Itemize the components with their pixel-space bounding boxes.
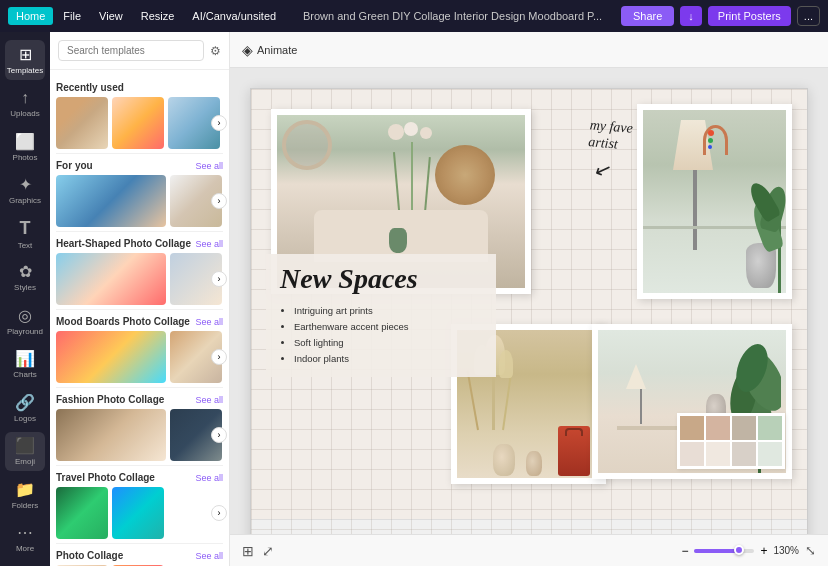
- menu-file[interactable]: File: [55, 7, 89, 25]
- bullet-item-4: Indoor plants: [294, 351, 482, 367]
- sidebar-item-charts[interactable]: 📊 Charts: [5, 345, 45, 385]
- zoom-controls: − + 130% ⤡: [681, 543, 816, 558]
- template-thumb-1[interactable]: [56, 97, 108, 149]
- zoom-fit-icon[interactable]: ⤡: [805, 543, 816, 558]
- see-all-foryou[interactable]: See all: [195, 161, 223, 171]
- download-button[interactable]: ↓: [680, 6, 702, 26]
- canvas[interactable]: my fave artist ↙: [250, 88, 808, 534]
- section-title-travel: Travel Photo Collage: [56, 472, 155, 483]
- sidebar-item-playground[interactable]: ◎ Playround: [5, 301, 45, 341]
- grid-view-icon[interactable]: ⊞: [242, 543, 254, 559]
- menu-view[interactable]: View: [91, 7, 131, 25]
- for-you-grid: ›: [56, 175, 223, 227]
- template-nav-right-foryou[interactable]: ›: [211, 193, 227, 209]
- photo-lamp-plant[interactable]: [637, 104, 792, 299]
- menu-resize[interactable]: Resize: [133, 7, 183, 25]
- sidebar-item-uploads[interactable]: ↑ Uploads: [5, 84, 45, 124]
- fullscreen-icon[interactable]: ⤢: [262, 543, 274, 559]
- share-button[interactable]: Share: [621, 6, 674, 26]
- art-sculpture: [703, 125, 728, 155]
- recently-used-grid: ›: [56, 97, 223, 149]
- swatch-4: [758, 416, 782, 440]
- sidebar-item-more[interactable]: ⋯ More: [5, 519, 45, 559]
- canvas-top-bar: ◈ Animate: [230, 32, 828, 68]
- template-foryou-1[interactable]: [56, 175, 166, 227]
- graphics-icon: ✦: [19, 175, 32, 194]
- template-thumb-2[interactable]: [112, 97, 164, 149]
- sidebar-item-graphics[interactable]: ✦ Graphics: [5, 171, 45, 211]
- section-title-foryou: For you: [56, 160, 93, 171]
- template-nav-right-recent[interactable]: ›: [211, 115, 227, 131]
- see-all-fashion[interactable]: See all: [195, 395, 223, 405]
- bottom-left-icons: ⊞ ⤢: [242, 543, 274, 559]
- green-plant: [736, 163, 786, 293]
- search-input[interactable]: [58, 40, 204, 61]
- animate-icon: ◈: [242, 42, 253, 58]
- section-header-travel: Travel Photo Collage See all: [56, 472, 223, 483]
- zoom-percent: 130%: [773, 545, 799, 556]
- menu-home[interactable]: Home: [8, 7, 53, 25]
- print-button[interactable]: Print Posters: [708, 6, 791, 26]
- zoom-slider[interactable]: [694, 549, 754, 553]
- filter-button[interactable]: ⚙: [210, 44, 221, 58]
- section-header-fashion: Fashion Photo Collage See all: [56, 394, 223, 405]
- zoom-out-button[interactable]: −: [681, 544, 688, 558]
- template-fashion-1[interactable]: [56, 409, 166, 461]
- templates-icon: ⊞: [19, 45, 32, 64]
- template-nav-right-travel[interactable]: ›: [211, 505, 227, 521]
- template-travel-1[interactable]: [56, 487, 108, 539]
- section-header-photo: Photo Collage See all: [56, 550, 223, 561]
- template-nav-right-fashion[interactable]: ›: [211, 427, 227, 443]
- mirror-circle: [282, 120, 332, 170]
- sidebar-item-styles[interactable]: ✿ Styles: [5, 258, 45, 298]
- template-travel-2[interactable]: [112, 487, 164, 539]
- handwritten-label: my fave artist: [587, 117, 633, 154]
- template-nav-right-heart[interactable]: ›: [211, 271, 227, 287]
- sidebar-item-text[interactable]: T Text: [5, 214, 45, 254]
- color-swatches: [677, 413, 785, 469]
- section-header-heart: Heart-Shaped Photo Collage See all: [56, 238, 223, 249]
- template-nav-right-mood[interactable]: ›: [211, 349, 227, 365]
- text-block[interactable]: New Spaces Intriguing art prints Earthen…: [266, 254, 496, 377]
- sidebar-item-photos[interactable]: ⬜ Photos: [5, 127, 45, 167]
- see-all-heart[interactable]: See all: [195, 239, 223, 249]
- handwritten-line1: my fave: [589, 117, 633, 136]
- heart-grid: ›: [56, 253, 223, 305]
- zoom-in-button[interactable]: +: [760, 544, 767, 558]
- bullet-item-1: Intriguing art prints: [294, 303, 482, 319]
- template-mood-1[interactable]: [56, 331, 166, 383]
- playground-icon: ◎: [18, 306, 32, 325]
- template-heart-1[interactable]: [56, 253, 166, 305]
- more-button[interactable]: ...: [797, 6, 820, 26]
- sidebar-item-logos[interactable]: 🔗 Logos: [5, 388, 45, 428]
- canvas-container[interactable]: my fave artist ↙: [230, 68, 828, 534]
- animate-button[interactable]: ◈ Animate: [242, 42, 297, 58]
- logos-icon: 🔗: [15, 393, 35, 412]
- arrow-curve: ↙: [591, 155, 615, 183]
- add-page-button[interactable]: + Add page: [501, 532, 557, 535]
- more-icon: ⋯: [17, 523, 33, 542]
- handwritten-line2: artist: [588, 134, 619, 152]
- sidebar-item-emoji[interactable]: ⬛ Emoji: [5, 432, 45, 472]
- canvas-title: New Spaces: [280, 264, 482, 295]
- see-all-mood[interactable]: See all: [195, 317, 223, 327]
- swatch-7: [732, 442, 756, 466]
- charts-icon: 📊: [15, 349, 35, 368]
- canvas-bottom-bar: ⊞ ⤢ − + 130% ⤡: [230, 534, 828, 566]
- doc-title: Brown and Green DIY Collage Interior Des…: [286, 10, 619, 22]
- sidebar-item-folders[interactable]: 📁 Folders: [5, 475, 45, 515]
- bullet-item-2: Earthenware accent pieces: [294, 319, 482, 335]
- section-header-foryou: For you See all: [56, 160, 223, 171]
- menu-ai[interactable]: AI/Canva/unsited: [184, 7, 284, 25]
- left-sidebar: ⊞ Templates ↑ Uploads ⬜ Photos ✦ Graphic…: [0, 32, 50, 566]
- sidebar-item-templates[interactable]: ⊞ Templates: [5, 40, 45, 80]
- see-all-photo[interactable]: See all: [195, 551, 223, 561]
- add-page-bar: + Add page: [251, 519, 807, 534]
- swatch-8: [758, 442, 782, 466]
- fashion-grid: ›: [56, 409, 223, 461]
- swatch-6: [706, 442, 730, 466]
- mood-grid: ›: [56, 331, 223, 383]
- text-icon: T: [20, 218, 31, 239]
- templates-scroll: Recently used › For you See all ›: [50, 70, 229, 566]
- see-all-travel[interactable]: See all: [195, 473, 223, 483]
